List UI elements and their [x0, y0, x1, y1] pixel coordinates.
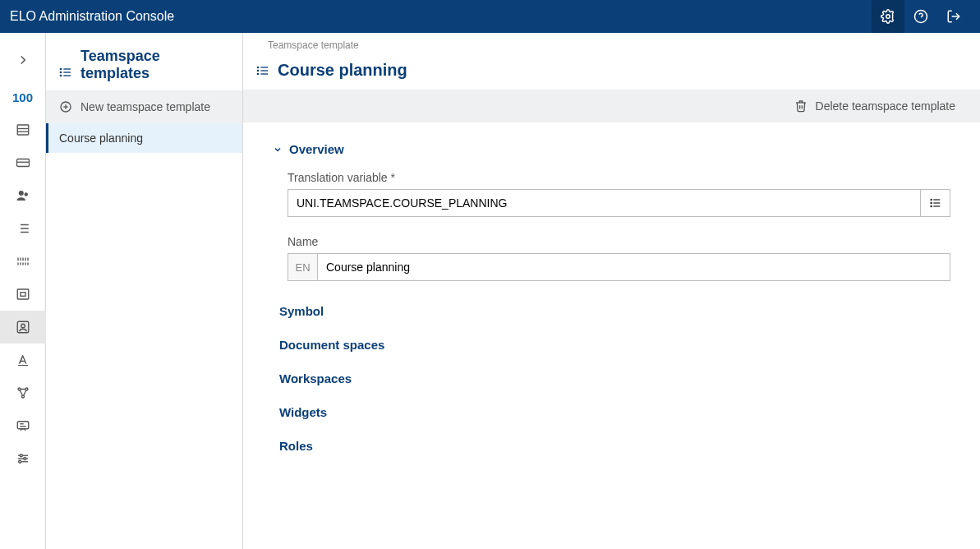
- rail-item-frame[interactable]: [0, 278, 46, 311]
- section-overview-title: Overview: [289, 142, 344, 156]
- svg-point-58: [257, 73, 258, 74]
- app-title: ELO Administration Console: [10, 9, 872, 24]
- section-widgets[interactable]: Widgets: [273, 405, 950, 419]
- section-document-spaces[interactable]: Document spaces: [273, 338, 950, 352]
- rail-item-font[interactable]: [0, 344, 46, 376]
- svg-point-47: [60, 68, 61, 69]
- plus-circle-icon: [59, 100, 72, 113]
- template-list: Course planning: [46, 123, 242, 549]
- nav-rail: 100: [0, 33, 46, 549]
- rail-item-users[interactable]: [0, 179, 46, 212]
- logout-icon: [946, 9, 961, 24]
- svg-point-10: [24, 192, 28, 196]
- name-label: Name: [288, 235, 950, 248]
- section-symbol[interactable]: Symbol: [273, 304, 950, 318]
- section-overview-body: Translation variable * Name EN: [273, 171, 950, 281]
- svg-point-34: [21, 395, 24, 398]
- rail-item-tables[interactable]: [0, 113, 46, 146]
- section-workspaces[interactable]: Workspaces: [273, 371, 950, 385]
- app-header: ELO Administration Console: [0, 0, 980, 33]
- translation-variable-row: [288, 189, 950, 217]
- section-roles[interactable]: Roles: [273, 439, 950, 453]
- rail-expand-toggle[interactable]: [0, 39, 46, 81]
- svg-point-32: [18, 388, 21, 390]
- detail-header-icon: [256, 64, 269, 77]
- delete-template-label: Delete teamspace template: [816, 99, 955, 113]
- detail-toolbar: Delete teamspace template: [243, 90, 980, 122]
- svg-rect-27: [17, 289, 29, 299]
- detail-title: Course planning: [278, 61, 407, 80]
- rail-percentage[interactable]: 100: [0, 81, 46, 113]
- rail-item-chat[interactable]: [0, 409, 46, 442]
- delete-template-action[interactable]: Delete teamspace template: [794, 99, 955, 113]
- frame-icon: [16, 287, 30, 302]
- list-icon: [16, 221, 30, 236]
- chevron-right-icon: [16, 53, 30, 67]
- list-panel-header: Teamspace templates: [46, 33, 242, 90]
- svg-point-0: [886, 15, 890, 19]
- name-row: EN: [288, 253, 950, 281]
- rail-item-barcode[interactable]: [0, 245, 46, 278]
- svg-point-64: [931, 205, 932, 206]
- section-roles-title: Roles: [279, 439, 313, 453]
- section-overview-header[interactable]: Overview: [273, 142, 950, 156]
- main-layout: 100: [0, 33, 980, 549]
- settings-button[interactable]: [872, 0, 904, 33]
- font-icon: [16, 353, 30, 367]
- rail-item-list[interactable]: [0, 212, 46, 245]
- new-template-label: New teamspace template: [81, 100, 210, 113]
- header-actions: [872, 0, 970, 33]
- detail-header: Course planning: [243, 58, 980, 90]
- teamspace-icon: [16, 320, 30, 334]
- card-icon: [16, 155, 30, 170]
- help-button[interactable]: [904, 0, 937, 33]
- translation-variable-label: Translation variable *: [288, 171, 950, 184]
- svg-point-33: [25, 388, 28, 390]
- logout-button[interactable]: [937, 0, 970, 33]
- svg-point-9: [18, 191, 23, 196]
- svg-point-30: [21, 324, 25, 328]
- svg-point-63: [931, 202, 932, 203]
- svg-point-48: [60, 72, 61, 72]
- svg-point-56: [257, 67, 258, 67]
- svg-rect-31: [18, 365, 28, 366]
- name-input[interactable]: [317, 253, 950, 281]
- help-icon: [913, 9, 928, 24]
- name-language-prefix: EN: [288, 253, 317, 281]
- list-panel-icon: [59, 66, 72, 79]
- svg-rect-7: [16, 159, 29, 167]
- chat-icon: [16, 418, 30, 433]
- svg-rect-4: [17, 125, 29, 135]
- rail-item-card[interactable]: [0, 146, 46, 179]
- detail-body: Overview Translation variable * Name EN: [243, 122, 980, 492]
- translation-variable-input[interactable]: [288, 189, 921, 217]
- svg-point-39: [20, 454, 22, 457]
- svg-point-62: [931, 199, 932, 200]
- rail-item-teamspace-templates[interactable]: [0, 311, 46, 344]
- list-item-label: Course planning: [59, 131, 143, 145]
- svg-point-49: [60, 75, 61, 76]
- rail-item-nodes[interactable]: [0, 376, 46, 409]
- section-document-spaces-title: Document spaces: [279, 338, 384, 352]
- users-icon: [16, 188, 30, 203]
- nodes-icon: [16, 385, 30, 400]
- list-picker-icon: [929, 196, 942, 210]
- detail-panel: Teamspace template Course planning Delet…: [243, 33, 980, 549]
- rail-item-sliders[interactable]: [0, 442, 46, 475]
- gear-icon: [881, 9, 895, 24]
- translation-variable-picker[interactable]: [921, 189, 950, 217]
- table-icon: [16, 122, 30, 137]
- svg-point-57: [257, 70, 258, 71]
- svg-rect-28: [21, 293, 25, 297]
- svg-rect-35: [17, 422, 29, 429]
- svg-point-43: [18, 460, 21, 463]
- list-panel: Teamspace templates New teamspace templa…: [46, 33, 243, 549]
- section-symbol-title: Symbol: [279, 304, 324, 318]
- new-template-action[interactable]: New teamspace template: [46, 90, 242, 123]
- breadcrumb: Teamspace template: [243, 33, 980, 58]
- section-widgets-title: Widgets: [279, 405, 327, 419]
- list-item[interactable]: Course planning: [46, 123, 242, 153]
- list-panel-title: Teamspace templates: [81, 48, 229, 82]
- sliders-icon: [16, 451, 30, 466]
- svg-point-41: [23, 458, 25, 460]
